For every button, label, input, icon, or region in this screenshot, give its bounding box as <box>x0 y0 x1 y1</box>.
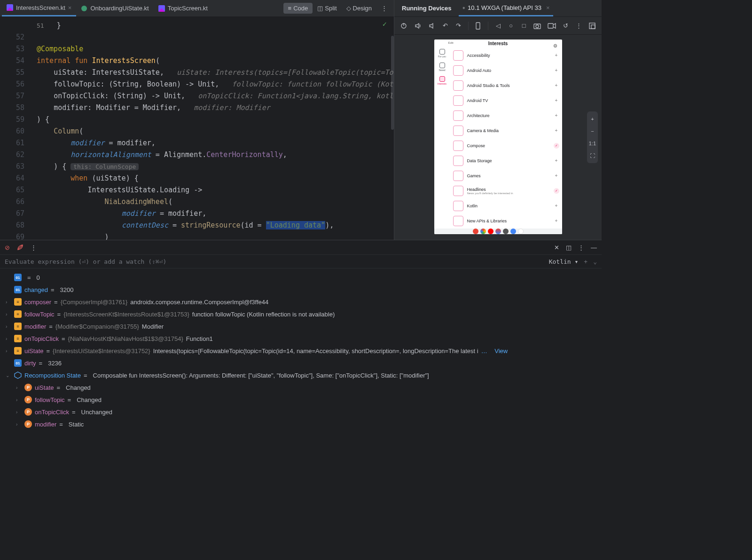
add-icon[interactable]: + <box>554 128 559 134</box>
expand-arrow[interactable]: › <box>16 422 22 427</box>
topic-row[interactable]: Kotlin + <box>453 198 559 213</box>
var-row[interactable]: › P modifier = Static <box>0 418 602 430</box>
expand-arrow[interactable]: › <box>6 312 11 317</box>
topic-row[interactable]: Camera & Media + <box>453 123 559 138</box>
svg-point-7 <box>536 25 539 28</box>
var-row[interactable]: 01 = 0 <box>0 271 602 284</box>
overview-icon[interactable]: □ <box>521 22 527 30</box>
history-icon[interactable]: ↺ <box>563 22 569 30</box>
svg-rect-8 <box>548 24 553 28</box>
var-row[interactable]: › P onTopicClick = Unchanged <box>0 406 602 418</box>
expand-arrow[interactable]: › <box>16 397 22 402</box>
tab-topic[interactable]: TopicScreen.kt <box>154 0 212 16</box>
var-row[interactable]: › ≡ followTopic = {InterestsScreenKt$Int… <box>0 308 602 320</box>
topic-icon <box>453 95 463 106</box>
add-icon[interactable]: + <box>554 218 559 224</box>
editor-area[interactable]: ✓ 52535455565758596061626364656667686970… <box>0 17 394 240</box>
topic-row[interactable]: Games + <box>453 168 559 183</box>
tab-onboarding[interactable]: OnboardingUiState.kt <box>76 0 153 16</box>
record-icon[interactable] <box>548 22 556 30</box>
expand-icon[interactable] <box>588 22 596 30</box>
close-icon[interactable]: × <box>546 4 550 11</box>
add-icon[interactable]: + <box>554 68 559 73</box>
var-row[interactable]: › ≡ modifier = {Modifier$Companion@31755… <box>0 320 602 332</box>
leaf-icon[interactable] <box>16 244 24 251</box>
topic-row[interactable]: Architecture + <box>453 108 559 123</box>
home-icon[interactable]: ○ <box>508 22 514 30</box>
add-icon[interactable]: + <box>554 98 559 103</box>
layout-icon[interactable]: ◫ <box>566 244 572 251</box>
topic-row[interactable]: HeadlinesNews you'll definitely be inter… <box>453 183 559 198</box>
view-link[interactable]: View <box>494 347 508 355</box>
gear-icon[interactable]: ⚙ <box>553 43 557 48</box>
watch-input[interactable]: Evaluate expression (⏎) or add a watch (… <box>0 254 602 268</box>
more-icon[interactable]: ⋮ <box>376 5 392 12</box>
lang-select[interactable]: Kotlin ▾ <box>549 258 579 265</box>
var-row[interactable]: › P followTopic = Changed <box>0 394 602 406</box>
volume-down-icon[interactable] <box>428 22 436 30</box>
add-icon[interactable]: + <box>554 83 559 88</box>
tab-interests[interactable]: InterestsScreen.kt × <box>2 0 76 16</box>
volume-up-icon[interactable] <box>414 22 422 30</box>
running-devices-tab[interactable]: Running Devices <box>398 0 455 16</box>
expand-arrow[interactable]: › <box>16 410 22 415</box>
more-icon[interactable]: ⋮ <box>576 22 582 30</box>
var-row[interactable]: 01 dirty = 3236 <box>0 357 602 369</box>
expand-arrow[interactable]: › <box>6 336 11 341</box>
topic-row[interactable]: Android TV + <box>453 93 559 108</box>
add-icon[interactable]: + <box>554 113 559 118</box>
nav-item[interactable]: Saved <box>437 63 447 71</box>
check-icon: ✓ <box>554 188 559 194</box>
zoom-fit-button[interactable]: ⛶ <box>590 153 595 158</box>
zoom-in-button[interactable]: + <box>591 116 594 122</box>
expand-arrow[interactable]: › <box>16 385 22 390</box>
back-icon[interactable]: ◁ <box>495 22 501 30</box>
view-code-button[interactable]: ≡Code <box>283 3 313 14</box>
camera-icon[interactable] <box>533 22 541 30</box>
zoom-actual-button[interactable]: 1:1 <box>589 141 596 146</box>
view-split-button[interactable]: ◫Split <box>313 3 341 14</box>
var-row[interactable]: › P uiState = Changed <box>0 381 602 394</box>
topic-row[interactable]: Compose ✓ <box>453 138 559 153</box>
add-icon[interactable]: + <box>554 53 559 58</box>
chevron-down-icon[interactable]: ⌄ <box>593 258 597 265</box>
rotate-left-icon[interactable]: ↶ <box>442 22 448 30</box>
expand-arrow[interactable]: › <box>6 324 11 329</box>
expand-arrow[interactable]: › <box>6 348 11 354</box>
close-icon[interactable]: ✕ <box>554 244 559 251</box>
topic-row[interactable]: New APIs & Libraries + <box>453 213 559 229</box>
var-row[interactable]: › ≡ onTopicClick = {NiaNavHostKt$NiaNavH… <box>0 332 602 345</box>
phone-icon[interactable] <box>475 22 481 30</box>
more-icon[interactable]: ⋮ <box>578 244 584 251</box>
expand-arrow[interactable]: ⌄ <box>6 373 11 378</box>
device-instance-tab[interactable]: ▫ 10.1 WXGA (Tablet) API 33 × <box>459 0 553 16</box>
expand-arrow[interactable]: › <box>6 300 11 305</box>
topic-row[interactable]: Android Auto + <box>453 63 559 78</box>
topic-row[interactable]: Data Storage + <box>453 153 559 168</box>
watch-placeholder: Evaluate expression (⏎) or add a watch (… <box>5 258 166 265</box>
topic-row[interactable]: Accessibility + <box>453 48 559 63</box>
add-icon[interactable]: + <box>554 203 559 209</box>
power-icon[interactable] <box>400 22 407 30</box>
topic-list[interactable]: Accessibility + Android Auto + Android S… <box>450 48 562 229</box>
close-icon[interactable]: × <box>68 4 72 11</box>
minimize-icon[interactable]: — <box>591 244 597 251</box>
topic-row[interactable]: Android Studio & Tools + <box>453 78 559 93</box>
var-row[interactable]: ⌄ Recomposition State = Composable fun I… <box>0 369 602 381</box>
code-content[interactable]: 51 } @Composable internal fun InterestsS… <box>30 17 394 240</box>
zoom-out-button[interactable]: − <box>591 128 594 134</box>
bug-icon[interactable]: ⊘ <box>5 244 10 251</box>
variables-tree[interactable]: 01 = 0 01 changed = 3200 › ≡ composer = … <box>0 268 602 448</box>
view-design-button[interactable]: ◇Design <box>342 3 376 14</box>
var-row[interactable]: › ≡ uiState = {InterestsUiState$Interest… <box>0 345 602 357</box>
nav-item[interactable]: For you <box>437 49 447 58</box>
rotate-right-icon[interactable]: ↷ <box>455 22 461 30</box>
var-row[interactable]: › ≡ composer = {ComposerImpl@31761} andr… <box>0 296 602 308</box>
add-watch-button[interactable]: + <box>584 258 588 265</box>
nav-item[interactable]: Interests <box>437 76 447 85</box>
more-icon[interactable]: ⋮ <box>31 244 37 251</box>
emulator-screen[interactable]: Edit Interests ⚙ For youSavedInterests A… <box>434 39 562 234</box>
add-icon[interactable]: + <box>554 158 559 164</box>
add-icon[interactable]: + <box>554 173 559 179</box>
var-row[interactable]: 01 changed = 3200 <box>0 284 602 296</box>
